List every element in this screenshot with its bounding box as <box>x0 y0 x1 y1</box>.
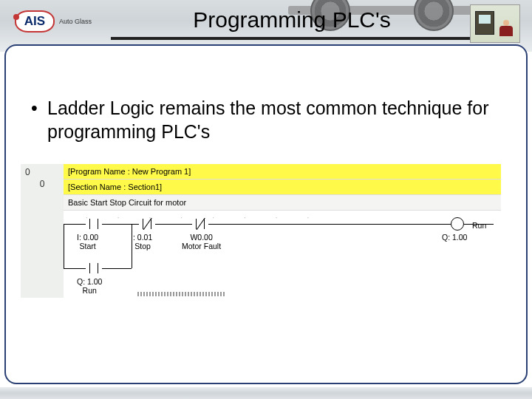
gutter-index-b: 0 <box>21 179 64 194</box>
program-name-band: [Program Name : New Program 1] <box>64 164 501 180</box>
logo-badge: AIS <box>15 10 55 33</box>
rung-comment-band: Basic Start Stop Circuit for motor <box>64 195 501 211</box>
logo-subtext: Auto Glass <box>59 18 92 25</box>
ladder-gutter: 0 0 <box>21 164 64 211</box>
label-seal: Q: 1.00 Run <box>77 277 102 295</box>
contact-run-seal <box>86 263 102 273</box>
gutter-index-a: 0 <box>21 164 64 179</box>
rung-gutter <box>21 211 64 298</box>
company-logo: AIS Auto Glass <box>15 10 102 33</box>
label-coil-name: Run <box>472 221 486 230</box>
bullet-main: Ladder Logic remains the most common tec… <box>31 96 511 143</box>
slide-title-bar: Programming PLC's <box>111 6 473 40</box>
machine-icon <box>475 11 494 35</box>
person-icon <box>497 20 515 39</box>
label-start: I: 0.00 Start <box>77 233 98 250</box>
section-name-band: [Section Name : Section1] <box>64 180 501 195</box>
contact-start <box>86 219 102 229</box>
corner-thumbnail <box>470 4 520 43</box>
contact-stop <box>139 219 155 229</box>
contact-motor-fault <box>192 219 208 229</box>
slide-title: Programming PLC's <box>118 7 466 33</box>
rung-0: ········ <box>64 211 501 298</box>
label-stop: : 0.01 Stop <box>133 233 152 250</box>
label-coil-addr: Q: 1.00 <box>442 233 467 242</box>
end-hatch <box>137 292 226 296</box>
coil-run <box>451 217 464 231</box>
content-frame: Ladder Logic remains the most common tec… <box>4 44 528 384</box>
footer-background <box>0 387 532 399</box>
label-fault: W0.00 Motor Fault <box>182 233 221 250</box>
ladder-diagram: 0 0 [Program Name : New Program 1] [Sect… <box>21 164 501 298</box>
